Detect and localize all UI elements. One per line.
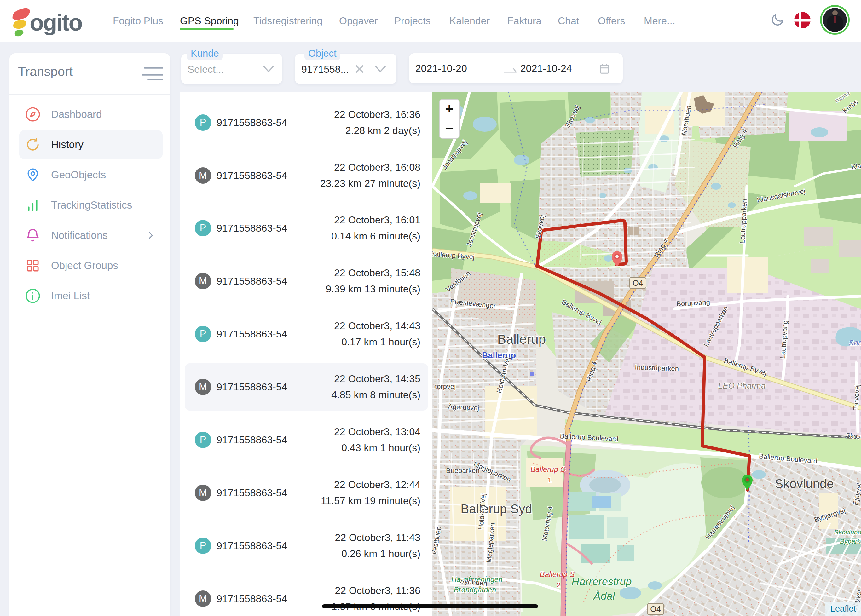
svg-text:Ballerup C: Ballerup C [530,465,566,474]
svg-text:torpvej: torpvej [435,382,456,390]
svg-text:2: 2 [556,581,560,589]
svg-text:Skovlunde: Skovlunde [775,477,834,490]
svg-text:Bypark: Bypark [840,537,861,545]
svg-text:Ådal: Ådal [593,590,615,602]
svg-text:Brøndgården: Brøndgården [454,586,496,594]
svg-text:Skovlund: Skovlund [834,528,861,536]
svg-text:Ballerup S: Ballerup S [540,570,575,578]
svg-text:LEO Pharma: LEO Pharma [718,381,765,390]
svg-text:O4: O4 [650,605,661,613]
svg-text:Ågerupvej: Ågerupvej [448,402,479,412]
svg-text:Harrerestrup: Harrerestrup [572,575,632,587]
svg-text:Søm: Søm [849,339,861,347]
svg-text:Ballerup: Ballerup [497,332,546,347]
svg-text:O4: O4 [633,278,643,288]
svg-text:Torvevej: Torvevej [852,384,861,410]
svg-text:1: 1 [548,476,551,484]
svg-text:Ballerup Syd: Ballerup Syd [461,502,532,516]
svg-text:Industriparken: Industriparken [635,363,679,373]
